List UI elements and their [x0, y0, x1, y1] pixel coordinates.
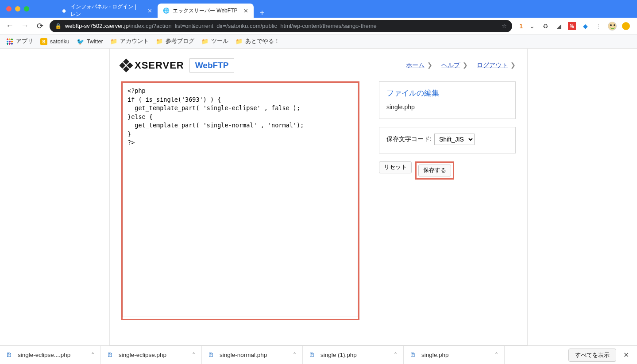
folder-icon: 📁: [235, 38, 243, 45]
extension-diamond-icon[interactable]: ◆: [581, 22, 589, 30]
close-tab-icon[interactable]: ✕: [243, 8, 248, 14]
apps-button[interactable]: アプリ: [6, 38, 33, 45]
logo: XSERVER: [121, 60, 184, 71]
apps-grid-icon: [6, 38, 13, 45]
code-editor[interactable]: [123, 83, 358, 317]
editor-highlight-box: [121, 81, 359, 320]
profile-avatar[interactable]: [608, 22, 617, 31]
download-item[interactable]: 🖹single.php˄: [404, 346, 505, 364]
header-links: ホーム ❯ ヘルプ ❯ ログアウト ❯: [406, 61, 516, 69]
file-icon: 🖹: [107, 352, 114, 358]
browser-tab-inactive[interactable]: ◆ インフォパネル - ログイン | レン ✕: [56, 4, 158, 18]
bookmark-label: アカウント: [120, 38, 149, 45]
reset-button[interactable]: リセット: [379, 161, 412, 173]
download-filename: single-normal.php: [220, 352, 267, 358]
forward-button[interactable]: →: [19, 21, 30, 31]
close-downloads-bar-button[interactable]: ✕: [621, 351, 632, 359]
show-all-downloads-button[interactable]: すべてを表示: [568, 349, 616, 362]
app-header: XSERVER WebFTP ホーム ❯ ヘルプ ❯ ログアウト ❯: [110, 49, 527, 74]
divider: ⋮: [595, 22, 602, 30]
recycle-icon[interactable]: ♻: [541, 22, 549, 30]
toolbar-right: 1 ⌄ ♻ ◢ % ◆ ⋮: [517, 22, 633, 31]
file-icon: 🖹: [6, 352, 13, 358]
globe-icon: 🌐: [163, 8, 169, 14]
tab-title: エックスサーバー WebFTP: [173, 7, 237, 15]
encoding-label: 保存文字コード:: [386, 135, 432, 143]
downloads-right: すべてを表示 ✕: [563, 349, 637, 362]
folder-icon: 📁: [110, 38, 117, 45]
lock-icon: 🔒: [55, 23, 62, 29]
tab-title: インフォパネル - ログイン | レン: [70, 3, 141, 18]
folder-icon: 📁: [201, 38, 208, 45]
browser-tab-strip: ◆ インフォパネル - ログイン | レン ✕ 🌐 エックスサーバー WebFT…: [0, 0, 637, 18]
folder-icon: 📁: [156, 38, 163, 45]
close-tab-icon[interactable]: ✕: [147, 8, 152, 14]
bookmark-star-icon[interactable]: ☆: [502, 23, 507, 29]
encoding-select[interactable]: Shift_JIS: [434, 134, 475, 145]
bookmark-folder[interactable]: 📁アカウント: [110, 38, 149, 45]
download-filename: single (1).php: [320, 352, 357, 358]
download-item[interactable]: 🖹single-normal.php˄: [202, 346, 303, 364]
logout-link[interactable]: ログアウト: [477, 61, 508, 69]
right-column: ファイルの編集 single.php 保存文字コード: Shift_JIS リセ…: [379, 81, 516, 180]
chevron-up-icon[interactable]: ˄: [293, 352, 296, 359]
chevron-up-icon[interactable]: ˄: [192, 352, 195, 359]
favicon-icon: ◆: [61, 8, 67, 14]
chevron-up-icon[interactable]: ˄: [495, 352, 498, 359]
file-icon: 🖹: [309, 352, 316, 358]
chevron-up-icon[interactable]: ˄: [394, 352, 397, 359]
browser-tab-active[interactable]: 🌐 エックスサーバー WebFTP ✕: [158, 4, 254, 18]
maximize-window-button[interactable]: [24, 6, 29, 11]
bookmark-item[interactable]: Ssatoriku: [40, 38, 69, 45]
help-link[interactable]: ヘルプ: [441, 61, 460, 69]
extension-badge[interactable]: 1: [519, 23, 523, 30]
close-window-button[interactable]: [6, 6, 12, 11]
download-item[interactable]: 🖹single (1).php˄: [303, 346, 404, 364]
apps-label: アプリ: [16, 38, 33, 45]
browser-toolbar: ← → ⟳ 🔒 webftp-sv7502.xserver.jp/index.c…: [0, 18, 637, 34]
bookmark-item[interactable]: 🐦Twitter: [77, 38, 103, 45]
new-tab-button[interactable]: ＋: [258, 7, 266, 18]
bookmark-folder[interactable]: 📁ツール: [201, 38, 228, 45]
bookmark-label: あとでやる！: [245, 38, 280, 45]
home-link[interactable]: ホーム: [406, 61, 425, 69]
panel-title: ファイルの編集: [386, 88, 508, 98]
extension-coin-icon[interactable]: [622, 22, 630, 30]
page-content: XSERVER WebFTP ホーム ❯ ヘルプ ❯ ログアウト ❯ ファイルの…: [0, 49, 637, 345]
file-icon: 🖹: [208, 352, 215, 358]
product-label: WebFTP: [189, 58, 235, 73]
url-host: webftp-sv7502.xserver.jp: [65, 23, 129, 29]
reload-button[interactable]: ⟳: [35, 21, 45, 31]
download-item[interactable]: 🖹single-eclipse....php˄: [0, 346, 101, 364]
back-button[interactable]: ←: [4, 21, 15, 31]
save-button[interactable]: 保存する: [418, 165, 451, 176]
bookmark-folder[interactable]: 📁あとでやる！: [235, 38, 280, 45]
bookmark-label: 参考ブログ: [166, 38, 194, 45]
bookmark-label: satoriku: [50, 38, 69, 45]
file-edit-panel: ファイルの編集 single.php: [379, 81, 516, 119]
chevron-right-icon: ❯: [425, 61, 432, 69]
url-path: /index.cgi?action_list=on&current_dir=/s…: [129, 23, 377, 29]
bookmark-folder[interactable]: 📁参考ブログ: [156, 38, 194, 45]
extension-badge-red[interactable]: %: [568, 22, 576, 30]
chevron-right-icon: ❯: [509, 61, 516, 69]
download-filename: single.php: [421, 352, 449, 358]
download-filename: single-eclipse....php: [18, 352, 70, 358]
tabs: ◆ インフォパネル - ログイン | レン ✕ 🌐 エックスサーバー WebFT…: [56, 0, 266, 18]
chevron-up-icon[interactable]: ˄: [91, 352, 94, 359]
encoding-panel: 保存文字コード: Shift_JIS: [379, 127, 516, 153]
save-highlight-box: 保存する: [415, 161, 454, 180]
download-item[interactable]: 🖹single-eclipse.php˄: [101, 346, 202, 364]
extension-icon[interactable]: ◢: [555, 22, 563, 30]
bookmark-label: ツール: [211, 38, 228, 45]
pocket-icon[interactable]: ⌄: [528, 22, 536, 30]
logo-mark-icon: [119, 58, 133, 72]
window-controls: [6, 6, 29, 11]
download-filename: single-eclipse.php: [119, 352, 166, 358]
address-bar[interactable]: 🔒 webftp-sv7502.xserver.jp/index.cgi?act…: [50, 20, 512, 32]
bookmark-label: Twitter: [87, 38, 103, 45]
chevron-right-icon: ❯: [461, 61, 468, 69]
bookmarks-bar: アプリ Ssatoriku 🐦Twitter 📁アカウント 📁参考ブログ 📁ツー…: [0, 34, 637, 49]
button-row: リセット 保存する: [379, 161, 516, 180]
minimize-window-button[interactable]: [15, 6, 20, 11]
